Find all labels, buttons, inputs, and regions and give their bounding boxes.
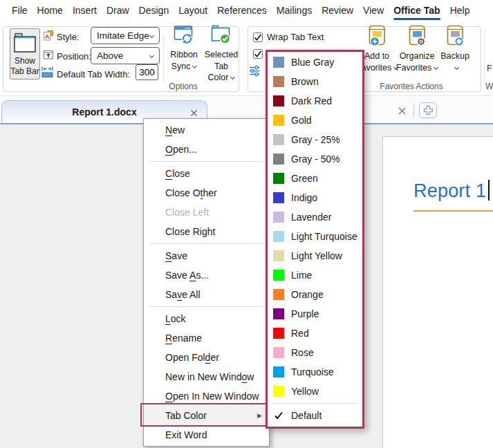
group-divider — [163, 35, 164, 83]
menu-item-exit-word[interactable]: Exit Word — [144, 425, 269, 445]
color-item-rose[interactable]: Rose — [268, 343, 362, 362]
color-item-yellow[interactable]: Yellow — [268, 382, 362, 401]
color-item-green[interactable]: Green — [268, 169, 362, 188]
menu-help[interactable]: Help — [445, 0, 475, 21]
options-group-label: Options — [145, 82, 221, 91]
menu-review[interactable]: Review — [317, 0, 358, 21]
color-item-orange[interactable]: Orange — [268, 285, 362, 304]
color-item-purple[interactable]: Purple — [268, 304, 362, 324]
color-item-dark-red[interactable]: Dark Red — [268, 91, 362, 111]
ribbon-sync-icon — [174, 25, 194, 49]
add-to-favorites-icon — [368, 25, 386, 50]
tab-color-submenu: Blue GrayBrownDark RedGoldGray - 25%Gray… — [266, 50, 364, 429]
menu-item-save[interactable]: Save — [144, 246, 269, 265]
menu-item-new-in-new-window[interactable]: New in New Window — [144, 367, 269, 386]
menu-mailings[interactable]: Mailings — [272, 0, 317, 21]
indigo-swatch — [273, 192, 284, 203]
color-item-lavender[interactable]: Lavender — [268, 207, 362, 227]
menu-item-tab-color[interactable]: Tab Color▶ — [144, 406, 269, 425]
green-swatch — [273, 173, 284, 184]
red-swatch — [273, 328, 284, 339]
menu-item-lock[interactable]: Lock — [144, 309, 269, 328]
color-item-gold[interactable]: Gold — [268, 111, 362, 130]
favorites-group-label: Favorites Actions — [366, 82, 456, 91]
color-item-lime[interactable]: Lime — [268, 265, 362, 285]
menu-separator — [273, 403, 357, 404]
menu-references[interactable]: References — [212, 0, 272, 21]
submenu-arrow-icon: ▶ — [257, 412, 262, 419]
menu-item-close-left: Close Left — [144, 203, 269, 222]
menu-item-close-right[interactable]: Close Right — [144, 222, 269, 241]
menu-design[interactable]: Design — [134, 0, 174, 21]
menu-item-new[interactable]: New — [144, 120, 269, 140]
position-dropdown[interactable]: Above — [91, 47, 160, 64]
menu-office-tab[interactable]: Office Tab — [389, 0, 445, 21]
color-item-red[interactable]: Red — [268, 324, 362, 343]
menu-item-save-as[interactable]: Save As... — [144, 265, 269, 285]
menu-insert[interactable]: Insert — [68, 0, 102, 21]
second-option-checkbox[interactable] — [253, 49, 263, 59]
blue-gray-swatch — [273, 57, 284, 68]
close-tab-icon[interactable] — [190, 108, 198, 119]
menu-item-rename[interactable]: Rename — [144, 328, 269, 348]
menu-file[interactable]: File — [7, 0, 32, 21]
color-item-light-yellow[interactable]: Light Yellow — [268, 246, 362, 265]
menu-item-close-other[interactable]: Close Other — [144, 183, 269, 203]
chevron-down-icon — [192, 63, 197, 68]
ribbon-sync-button[interactable]: Ribbon Sync — [166, 25, 202, 72]
organize-favorites-icon — [408, 25, 426, 50]
close-all-tabs-icon[interactable] — [398, 106, 407, 118]
group-divider — [484, 29, 485, 83]
tab-context-menu: NewOpen...CloseClose OtherClose LeftClos… — [143, 118, 270, 447]
menu-item-open-in-new-window[interactable]: Open In New Window — [144, 386, 269, 406]
dark-red-swatch — [273, 95, 284, 106]
yellow-swatch — [273, 386, 284, 397]
sliders-icon — [249, 65, 260, 80]
new-tab-button[interactable] — [419, 102, 437, 118]
wrap-tab-text-row: Wrap Tab Text — [253, 32, 324, 42]
truncated-group-label: Wo — [485, 82, 493, 91]
menu-item-open-folder[interactable]: Open Folder — [144, 348, 269, 367]
color-item-blue-gray[interactable]: Blue Gray — [268, 53, 362, 72]
style-dropdown[interactable]: Imitate Edge — [91, 27, 160, 44]
document-title: Report 1 — [413, 180, 493, 212]
second-option-row — [253, 49, 263, 59]
gold-swatch — [273, 115, 284, 126]
color-item-brown[interactable]: Brown — [268, 72, 362, 91]
color-item-default[interactable]: Default — [268, 406, 362, 425]
tab-width-label: Default Tab Width: — [57, 69, 130, 80]
rose-swatch — [273, 347, 284, 358]
selected-tab-color-icon — [211, 25, 232, 49]
color-item-indigo[interactable]: Indigo — [268, 188, 362, 207]
chevron-down-icon — [230, 75, 235, 80]
color-item-light-turquoise[interactable]: Light Turquoise — [268, 227, 362, 246]
menu-item-save-all[interactable]: Save All — [144, 285, 269, 304]
gray-50-swatch — [273, 153, 284, 165]
selected-tab-color-button[interactable]: Selected Tab Color — [201, 25, 241, 83]
organize-favorites-button[interactable]: Organize Favorites — [396, 25, 438, 73]
gray-25-swatch — [273, 134, 284, 145]
menu-home[interactable]: Home — [32, 0, 68, 21]
brown-swatch — [273, 76, 284, 87]
menu-view[interactable]: View — [358, 0, 389, 21]
menu-item-open[interactable]: Open... — [144, 140, 269, 159]
menu-draw[interactable]: Draw — [102, 0, 134, 21]
chevron-down-icon — [149, 53, 154, 58]
color-item-gray-50[interactable]: Gray - 50% — [268, 149, 362, 169]
color-item-turquoise[interactable]: Turquoise — [268, 362, 362, 382]
wrap-tab-text-checkbox[interactable] — [253, 32, 263, 42]
menu-item-close[interactable]: Close — [144, 164, 269, 183]
show-tab-bar-label: Show Tab Bar — [10, 56, 39, 76]
ribbon: Show Tab Bar A Style: Imitate Edge Posit… — [0, 21, 493, 96]
turquoise-swatch — [273, 366, 284, 377]
svg-text:A: A — [45, 32, 50, 40]
document-page[interactable]: Report 1 — [382, 136, 493, 448]
color-item-gray-25[interactable]: Gray - 25% — [268, 130, 362, 149]
tab-width-input[interactable] — [136, 64, 158, 80]
show-tab-bar-button[interactable]: Show Tab Bar — [10, 28, 40, 80]
menu-layout[interactable]: Layout — [174, 0, 212, 21]
orange-swatch — [273, 289, 284, 300]
backup-button[interactable]: Backup — [439, 25, 471, 73]
lavender-swatch — [273, 212, 284, 223]
position-icon — [43, 49, 54, 63]
